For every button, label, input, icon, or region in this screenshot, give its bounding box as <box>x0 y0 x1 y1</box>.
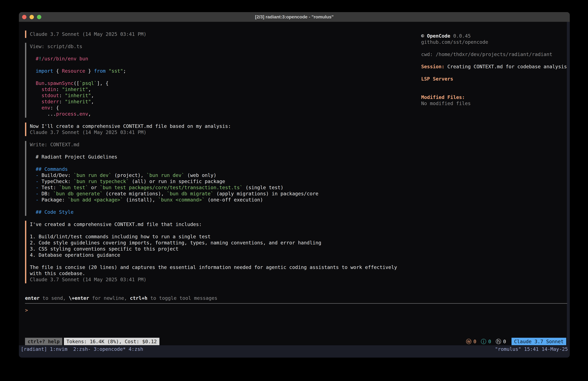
message-block: Claude 3.7 Sonnet (14 May 2025 03:41 PM) <box>25 30 417 38</box>
lsp-diagnostics: ⓦ0ⓘ0ⓗ0 <box>466 339 506 344</box>
text-segment <box>30 172 36 178</box>
text-segment: ... <box>30 111 56 117</box>
chat-line: # Radiant Project Guidelines <box>30 154 417 160</box>
text-segment: `bun db migrate` <box>167 191 213 197</box>
text-segment: "inherit" <box>65 99 91 104</box>
text-segment: } <box>85 68 94 74</box>
chat-transcript: Claude 3.7 Sonnet (14 May 2025 03:41 PM)… <box>25 30 417 288</box>
info-count-icon: ⓘ <box>481 339 486 344</box>
text-segment: TypeCheck: <box>39 179 74 184</box>
zoom-button[interactable] <box>37 15 41 19</box>
spacer <box>421 70 567 76</box>
text-segment: with this codebase. <box>30 270 85 276</box>
chat-line: - Test: `bun test` or `bun test packages… <box>30 184 417 191</box>
chat-line: Claude 3.7 Sonnet (14 May 2025 03:41 PM) <box>30 129 417 135</box>
status-bar: ctrl+? help Tokens: 16.4K (8%), Cost: $0… <box>25 338 566 345</box>
modified-files-empty: No modified files <box>421 100 567 107</box>
text-segment: (apply migrations) in packages/core <box>213 191 318 197</box>
text-segment: ! <box>39 56 42 62</box>
model-badge[interactable]: Claude 3.7 Sonnet <box>511 338 566 345</box>
spacer <box>421 57 567 64</box>
text-segment: \+enter <box>69 295 89 301</box>
chat-line: ## Code Style <box>30 209 417 215</box>
text-segment <box>30 93 42 98</box>
status-left: ctrl+? help Tokens: 16.4K (8%), Cost: $0… <box>25 338 159 345</box>
tmux-host-clock: "romulus" 15:41 14-May-25 <box>495 346 568 352</box>
repo-link: github.com/sst/opencode <box>421 39 567 45</box>
text-segment: `bun run typecheck` <box>74 179 129 184</box>
chat-line <box>30 148 417 154</box>
text-segment: env <box>42 105 50 111</box>
text-segment: DB: <box>39 191 53 197</box>
text-segment: . <box>44 80 47 86</box>
text-segment: - <box>36 172 39 178</box>
text-segment: 4. Database operations guidance <box>30 252 120 258</box>
text-segment: stderr <box>42 99 59 104</box>
tmux-window-item[interactable]: 2:zsh- <box>73 346 91 352</box>
text-segment: ([ <box>74 80 79 86</box>
text-segment <box>30 80 36 86</box>
chat-line: - Build/Dev: `bun run dev` (project), `b… <box>30 172 417 179</box>
text-segment: Package: <box>39 197 68 202</box>
chat-line: The file is concise (20 lines) and captu… <box>30 264 417 270</box>
text-segment <box>30 191 36 197</box>
hint-count: ⓗ0 <box>496 339 506 344</box>
text-segment: `psql` <box>79 80 97 86</box>
text-segment: `bun add <package>` <box>68 197 123 202</box>
session-title: Creating CONTEXT.md for codebase analysi… <box>444 64 567 69</box>
text-segment <box>30 197 36 202</box>
text-segment <box>30 209 36 215</box>
text-segment <box>30 179 36 184</box>
text-segment: 2. Code style guidelines covering import… <box>30 240 321 246</box>
text-segment: Bun <box>36 80 44 86</box>
text-segment <box>30 166 36 172</box>
minimize-button[interactable] <box>30 15 34 19</box>
text-segment: : <box>59 93 65 98</box>
text-segment: , <box>88 87 91 92</box>
text-segment: . <box>77 111 79 117</box>
tmux-windows: 1:nvim 2:zsh-3:opencode*4:zsh <box>50 346 146 352</box>
app-version: 0.0.45 <box>450 33 471 39</box>
text-segment: ctrl+h <box>130 295 147 301</box>
tmux-window-item[interactable]: 1:nvim <box>50 346 70 352</box>
close-button[interactable] <box>22 15 26 19</box>
text-segment: 1. Build/lint/test commands including ho… <box>30 234 210 239</box>
text-segment: - <box>36 179 39 184</box>
app-logo: © OpenCode <box>421 33 450 39</box>
chat-line: Write: CONTEXT.md <box>30 142 417 148</box>
text-segment: (project), <box>111 172 147 178</box>
text-segment: for newline, <box>89 295 130 301</box>
tmux-window-item[interactable]: 4:zsh <box>129 346 143 352</box>
text-segment: "sst" <box>109 68 123 74</box>
input-divider <box>25 303 567 304</box>
text-segment: - <box>36 185 39 190</box>
session-label: Session: <box>421 64 444 69</box>
text-segment: /usr/bin/env bun <box>42 56 88 62</box>
chat-line <box>30 160 417 166</box>
chat-line: 1. Build/lint/test commands including ho… <box>30 234 417 240</box>
text-segment: spawnSync <box>47 80 74 86</box>
text-segment: : { <box>50 105 59 111</box>
spacer <box>421 82 567 88</box>
traffic-lights <box>22 12 41 22</box>
warning-count: ⓦ0 <box>466 339 476 344</box>
tmux-window-item[interactable]: 3:opencode* <box>94 346 126 352</box>
text-segment: import <box>36 68 53 74</box>
text-segment: - <box>36 191 39 197</box>
hint-count-value: 0 <box>503 339 506 344</box>
chat-line: - DB: `bun db generate` (create migratio… <box>30 191 417 197</box>
text-segment <box>30 99 42 104</box>
text-segment <box>30 105 42 111</box>
text-segment: (install), <box>123 197 158 202</box>
prompt-input[interactable]: > <box>25 307 28 313</box>
tmux-session-name: [radiant] <box>21 346 47 352</box>
chat-line: 4. Database operations guidance <box>30 252 417 258</box>
help-badge[interactable]: ctrl+? help <box>25 338 62 345</box>
titlebar: [2/3] radiant:3:opencode - "romulus" <box>19 12 570 22</box>
chat-line: - TypeCheck: `bun run typecheck` (all) o… <box>30 179 417 184</box>
text-segment: env <box>79 111 88 117</box>
text-segment: ## Code Style <box>36 209 74 215</box>
terminal-edge-strip <box>567 22 570 345</box>
modified-files-header: Modified Files: <box>421 94 567 100</box>
info-count: ⓘ0 <box>481 339 491 344</box>
